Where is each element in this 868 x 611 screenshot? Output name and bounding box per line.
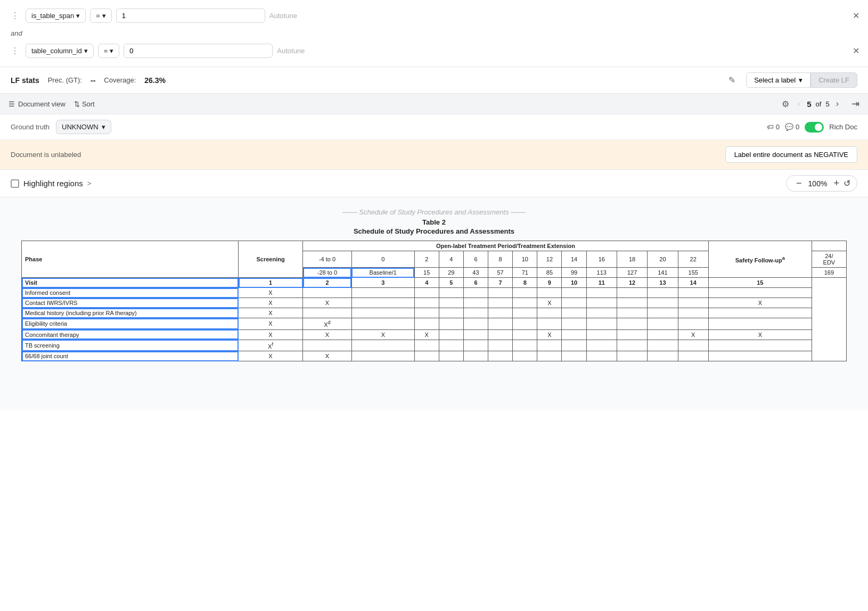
week-cell: 24/EDV <box>812 251 846 268</box>
row-value: X <box>239 329 303 340</box>
week-cell: 20 <box>648 251 678 268</box>
study-day-cell: 99 <box>562 268 586 278</box>
chevron-down-icon: ▾ <box>110 47 113 55</box>
filter-value-2[interactable] <box>124 44 273 58</box>
row-value <box>303 288 352 298</box>
edit-lf-button[interactable]: ✎ <box>726 73 738 87</box>
filter-field-2[interactable]: table_column_id ▾ <box>26 44 94 58</box>
filter-close-2[interactable]: ✕ <box>853 46 859 56</box>
visit-header-row: Visit 1 2 3 4 5 6 7 8 9 10 11 12 13 14 1… <box>22 278 847 288</box>
of-label: of <box>816 100 822 108</box>
sort-icon: ⇅ <box>74 100 80 108</box>
study-day-cell: 15 <box>414 268 439 278</box>
chevron-down-icon: ▾ <box>102 123 105 131</box>
highlight-regions-toggle[interactable]: Highlight regions > <box>11 179 91 188</box>
table-row: Informed consent X <box>22 288 847 298</box>
row-value: X <box>537 298 562 308</box>
study-day-cell: 127 <box>617 268 647 278</box>
zoom-controls: − 100% + ↺ <box>786 175 857 192</box>
prec-value: -- <box>91 76 95 85</box>
coverage-value: 26.3% <box>144 76 166 85</box>
week-cell: 4 <box>439 251 463 268</box>
week-cell: -4 to 0 <box>303 251 352 268</box>
page-current: 5 <box>807 100 811 109</box>
study-day-cell: 113 <box>586 268 617 278</box>
unlabeled-message: Document is unlabeled <box>11 151 725 159</box>
row-value: Xf <box>239 340 303 351</box>
select-label-button[interactable]: Select a label ▾ <box>746 72 810 88</box>
study-day-cell: 71 <box>513 268 537 278</box>
study-day-cell: 57 <box>488 268 513 278</box>
week-cell: 14 <box>562 251 586 268</box>
row-value: X <box>303 329 352 340</box>
table-row: 66/68 joint count X X <box>22 351 847 361</box>
lf-stats-bar: LF stats Prec. (GT): -- Coverage: 26.3% … <box>0 67 868 94</box>
row-label: Concomitant therapy <box>22 329 239 340</box>
comment-icon: 💬 <box>785 123 793 131</box>
filter-row-1: ⋮ is_table_span ▾ = ▾ Autotune ✕ <box>9 5 859 26</box>
filter-op-1[interactable]: = ▾ <box>90 9 112 23</box>
row-value: X <box>351 329 414 340</box>
table-row: Concomitant therapy X X X X X X X <box>22 329 847 340</box>
doc-toolbar: ☰ Document view ⇅ Sort ⚙ ‹ 5 of 5 › ⇥ <box>0 94 868 114</box>
row-label: Contact IWRS/IVRS <box>22 298 239 308</box>
prev-page-button[interactable]: ‹ <box>796 98 803 110</box>
collapse-sidebar-button[interactable]: ⇥ <box>851 98 859 110</box>
zoom-value: 100% <box>806 179 829 188</box>
row-value: X <box>239 318 303 330</box>
filter-op-2[interactable]: = ▾ <box>98 44 120 58</box>
screening-header: Screening <box>239 241 303 278</box>
week-cell: 2 <box>414 251 439 268</box>
drag-handle-1: ⋮ <box>9 11 21 21</box>
next-page-button[interactable]: › <box>834 98 841 110</box>
unlabeled-notice: Document is unlabeled Label entire docum… <box>0 140 868 170</box>
study-day-cell: 43 <box>463 268 488 278</box>
week-cell: 0 <box>351 251 414 268</box>
document-view-label: ☰ Document view <box>9 100 65 108</box>
study-day-cell: 29 <box>439 268 463 278</box>
study-table: Phase Screening Open-label Treatment Per… <box>21 241 847 361</box>
zoom-in-button[interactable]: + <box>830 178 842 189</box>
study-day-cell: Baseline/1 <box>351 268 414 278</box>
coverage-label: Coverage: <box>104 76 136 84</box>
label-negative-button[interactable]: Label entire document as NEGATIVE <box>725 146 857 163</box>
row-label: TB screening <box>22 340 239 351</box>
week-cell: 12 <box>537 251 562 268</box>
filter-field-1[interactable]: is_table_span ▾ <box>26 9 86 23</box>
row-label: Eligibility criteria <box>22 318 239 330</box>
row-value: X <box>239 288 303 298</box>
filter-value-1[interactable] <box>116 9 265 23</box>
visit-num: 14 <box>678 278 708 288</box>
row-value: X <box>708 329 812 340</box>
row-label: Medical history (including prior RA ther… <box>22 308 239 318</box>
study-day-cell: 169 <box>812 268 846 278</box>
visit-num: 7 <box>488 278 513 288</box>
highlight-label: Highlight regions <box>23 179 83 188</box>
drag-handle-2: ⋮ <box>9 46 21 56</box>
tag-icon: 🏷 <box>767 123 774 131</box>
visit-num: 1 <box>239 278 303 288</box>
table-row: TB screening Xf <box>22 340 847 351</box>
visit-num: 11 <box>586 278 617 288</box>
table-header-phase-row: Phase Screening Open-label Treatment Per… <box>22 241 847 251</box>
ground-truth-select[interactable]: UNKNOWN ▾ <box>56 120 111 134</box>
rich-doc-toggle[interactable] <box>805 122 824 133</box>
zoom-out-button[interactable]: − <box>793 178 805 189</box>
study-day-cell: 141 <box>648 268 678 278</box>
row-label: 66/68 joint count <box>22 351 239 361</box>
ground-truth-label: Ground truth <box>11 123 50 131</box>
document-content: ─── Schedule of Study Procedures and Ass… <box>0 197 868 410</box>
sort-button[interactable]: ⇅ Sort <box>74 100 95 108</box>
week-cell: 10 <box>513 251 537 268</box>
highlight-checkbox[interactable] <box>11 179 19 188</box>
reset-zoom-button[interactable]: ↺ <box>844 178 850 188</box>
table-row: Eligibility criteria X Xd <box>22 318 847 330</box>
week-cell: 6 <box>463 251 488 268</box>
visit-num: 10 <box>562 278 586 288</box>
row-value: X <box>708 298 812 308</box>
filter-close-1[interactable]: ✕ <box>853 11 859 21</box>
visit-num: 13 <box>648 278 678 288</box>
settings-button[interactable]: ⚙ <box>782 99 789 109</box>
table-title-2: Schedule of Study Procedures and Assessm… <box>21 227 847 235</box>
create-lf-button: Create LF <box>810 72 857 88</box>
